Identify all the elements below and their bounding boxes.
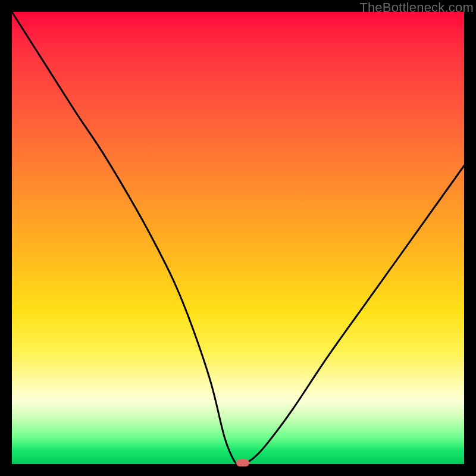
plot-area — [12, 12, 464, 464]
bottleneck-curve — [12, 12, 464, 464]
optimum-marker — [236, 459, 249, 466]
chart-frame: TheBottleneck.com — [0, 0, 476, 476]
watermark-text: TheBottleneck.com — [359, 0, 474, 15]
